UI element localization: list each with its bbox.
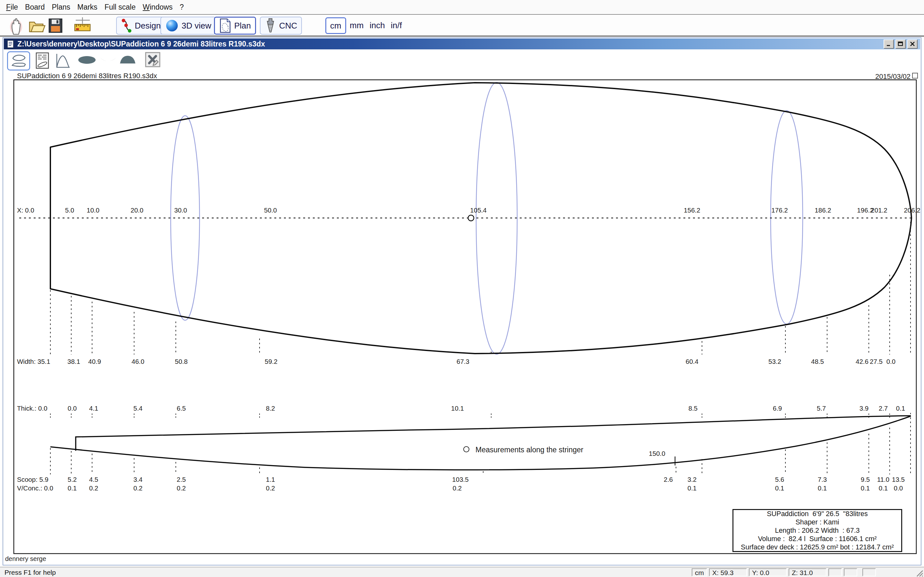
info-line-title: SUPaddiction 6'9" 26.5 "83litres [733,510,901,518]
status-y-coordinate: Y: 0.0 [749,568,787,576]
3d-view-button-label: 3D view [182,21,211,31]
menu-board[interactable]: Board [21,3,48,11]
select-tool-icon[interactable] [8,17,24,35]
unit-inch-button[interactable]: inch [370,21,385,31]
info-line-surfaces: Surface dev deck : 12625.9 cm² bot : 121… [733,543,901,551]
date-checkbox[interactable] [912,73,918,79]
menu-full-scale[interactable]: Full scale [101,3,139,11]
minimize-button[interactable] [884,39,894,49]
sheet-date: 2015/03/02 [821,73,911,81]
view-toolbar [5,51,921,71]
resize-grip[interactable] [915,569,923,577]
status-empty-box-1 [829,568,842,576]
menu-marks[interactable]: Marks [74,3,101,11]
menu-[interactable]: ? [176,3,187,11]
status-empty-box-2 [844,568,857,576]
plan-button[interactable]: Plan [214,17,256,35]
cnc-button-label: CNC [279,21,297,31]
stringer-note: Measurements along the stringer [475,446,583,454]
maximize-button[interactable] [895,39,906,49]
unit-mm-button[interactable]: mm [350,21,363,31]
excel-export-icon[interactable] [145,52,160,67]
plan-button-label: Plan [234,21,251,31]
stringer-marker-icon[interactable] [463,446,469,452]
outline-view-icon[interactable] [7,51,30,71]
cnc-button[interactable]: CNC [260,17,302,35]
3d-sphere-icon [165,19,179,32]
stringer-position-label: 150.0 [649,450,665,457]
main-toolbar: Design 3D view Plan [0,15,924,37]
unit-inf-button[interactable]: in/f [391,21,402,31]
menu-windows[interactable]: Windows [139,3,176,11]
unit-cm-button[interactable]: cm [325,17,346,34]
design-button[interactable]: Design [116,17,166,35]
status-help-text: Press F1 for help [5,569,56,576]
measure-tool-icon[interactable] [73,17,92,35]
document-path-title: Z:\Users\dennery\Desktop\SUPaddiction 6 … [17,40,265,48]
menu-plans[interactable]: Plans [48,3,74,11]
menu-bar: FileBoardPlansMarksFull scaleWindows? [0,0,924,15]
deck-curve-icon[interactable] [120,55,136,64]
save-icon[interactable] [48,18,63,33]
menu-file[interactable]: File [3,3,21,11]
info-line-volume: Volume : 82.4 l Surface : 11606.1 cm² [733,535,901,543]
measurements-sheet-icon[interactable] [35,52,49,69]
bottom-curve-icon[interactable] [99,56,117,64]
sheet-filename: SUPaddiction 6 9 26demi 83litres R190.s3… [17,72,157,80]
board-info-box: SUPaddiction 6'9" 26.5 "83litres Shaper … [732,509,902,552]
info-line-shaper: Shaper : Kami [733,518,901,526]
author-label: dennery serge [5,555,46,562]
info-line-dimensions: Length : 206.2 Width : 67.3 [733,526,901,535]
status-empty-box-3 [863,568,876,576]
board-document-window: Z:\Users\dennery\Desktop\SUPaddiction 6 … [3,37,921,566]
document-title-bar[interactable]: Z:\Users\dennery\Desktop\SUPaddiction 6 … [4,39,920,49]
curve-view-icon[interactable] [55,53,71,69]
status-x-coordinate: X: 59.3 [709,568,747,576]
cnc-bit-icon [265,18,276,33]
3d-view-button[interactable]: 3D view [160,17,216,35]
design-icon [121,18,132,33]
status-unit: cm [692,568,707,576]
slice-view-icon[interactable] [78,55,96,65]
design-button-label: Design [135,21,161,31]
status-z-coordinate: Z: 31.0 [788,568,827,576]
plan-document-icon [219,18,231,33]
open-folder-icon[interactable] [28,19,45,33]
application-window: FileBoardPlansMarksFull scaleWindows? [0,0,924,577]
close-button[interactable] [907,39,918,49]
document-icon [6,40,15,48]
status-bar: Press F1 for help cm X: 59.3 Y: 0.0 Z: 3… [0,567,924,577]
